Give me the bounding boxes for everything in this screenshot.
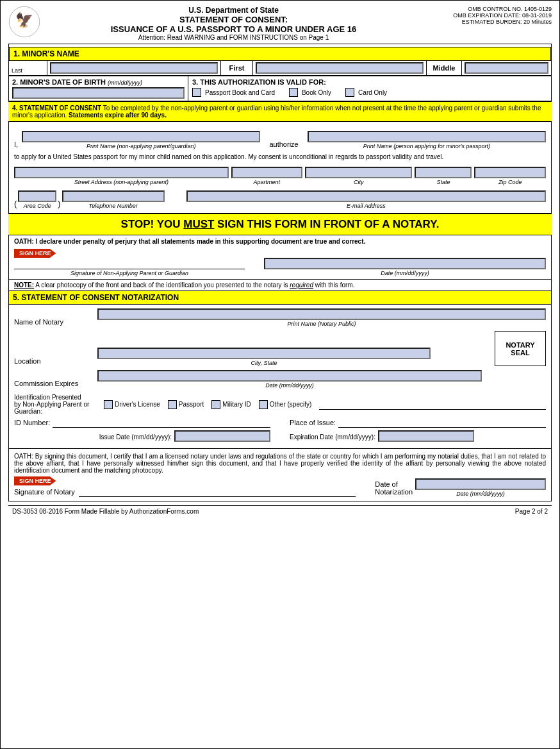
notary-name-input[interactable] bbox=[97, 308, 546, 320]
expiry-date-label: Expiration Date (mm/dd/yyyy): bbox=[290, 433, 375, 442]
auth-options: Passport Book and Card Book Only Card On… bbox=[192, 88, 547, 97]
dob-format: (mm/dd/yyyy) bbox=[108, 80, 142, 86]
area-code-label: Area Code bbox=[18, 203, 56, 209]
issue-date-label: Issue Date (mm/dd/yyyy): bbox=[99, 433, 172, 442]
stop-must: MUST bbox=[183, 218, 214, 230]
middle-name-input[interactable] bbox=[465, 62, 548, 74]
telephone-input[interactable] bbox=[62, 190, 165, 202]
notary-name-label: Name of Notary bbox=[14, 318, 97, 327]
other-label: Other (specify) bbox=[270, 401, 312, 408]
eagle-icon: 🦅 bbox=[8, 6, 40, 38]
header: 🦅 U.S. Department of State STATEMENT OF … bbox=[8, 6, 552, 41]
commission-date-input[interactable] bbox=[97, 370, 482, 382]
section1-header: 1. MINOR'S NAME bbox=[9, 47, 551, 61]
notarization-date-row: Date of Notarization Date (mm/dd/yyyy) bbox=[375, 478, 546, 497]
i-label: I, bbox=[14, 140, 18, 149]
sig-label: Signature of Non-Applying Parent or Guar… bbox=[14, 270, 245, 276]
military-id-label: Military ID bbox=[222, 401, 251, 408]
checkbox-book-only[interactable] bbox=[289, 88, 298, 97]
note-section: NOTE: A clear photocopy of the front and… bbox=[8, 280, 552, 291]
id-options: Driver's License Passport Military ID Ot… bbox=[104, 400, 546, 410]
street-field: Street Address (non-applying parent) bbox=[14, 167, 229, 185]
first-name-input[interactable] bbox=[256, 62, 424, 74]
close-paren: ) bbox=[58, 199, 60, 209]
authorize-word: authorize bbox=[264, 140, 303, 149]
checkbox-book-card[interactable] bbox=[192, 88, 201, 97]
section4-body: I, Print Name (non-applying parent/guard… bbox=[8, 122, 552, 214]
email-label: E-mail Address bbox=[186, 203, 546, 209]
sig-notary-row: SIGN HERE Signature of Notary Date of No… bbox=[14, 476, 546, 497]
section4-header: 4. STATEMENT OF CONSENT To be completed … bbox=[8, 101, 552, 122]
issue-date-input[interactable] bbox=[174, 430, 270, 442]
notary-location-row: Location City, State NOTARY SEAL bbox=[14, 331, 546, 366]
form-title-line1: STATEMENT OF CONSENT: bbox=[44, 15, 424, 24]
note-required: required bbox=[290, 282, 313, 289]
stop-line1: STOP! YOU bbox=[121, 218, 184, 230]
passport-label: Passport bbox=[179, 401, 204, 408]
id-num-input-wrap bbox=[53, 417, 270, 428]
location-label: Location bbox=[14, 357, 97, 366]
city-field: City bbox=[305, 167, 412, 185]
oath-text-row: OATH: I declare under penalty of perjury… bbox=[14, 238, 546, 245]
checkbox-other[interactable] bbox=[259, 400, 268, 409]
place-of-issue-input[interactable] bbox=[338, 417, 546, 428]
notarization-date-field: Date (mm/dd/yyyy) bbox=[415, 478, 546, 497]
place-of-issue-label: Place of Issue: bbox=[290, 419, 336, 428]
omb-burden: ESTIMATED BURDEN: 20 Minutes bbox=[424, 19, 552, 25]
area-code-input[interactable] bbox=[18, 190, 56, 202]
last-name-input[interactable] bbox=[50, 62, 218, 74]
address-row: Street Address (non-applying parent) Apa… bbox=[14, 167, 546, 185]
authorize-row: I, Print Name (non-applying parent/guard… bbox=[14, 131, 546, 149]
notarization-date-input[interactable] bbox=[415, 478, 546, 490]
applying-sublabel: Print Name (person applying for minor's … bbox=[308, 143, 546, 149]
expiry-date-input[interactable] bbox=[378, 430, 474, 442]
issue-date-group: Issue Date (mm/dd/yyyy): bbox=[14, 430, 270, 442]
location-sublabel: City, State bbox=[97, 360, 431, 366]
section3-title: 3. THIS AUTHORIZATION IS VALID FOR: bbox=[192, 78, 547, 86]
other-specify-input[interactable] bbox=[319, 400, 546, 410]
apt-field: Apartment bbox=[231, 167, 303, 185]
location-field: City, State bbox=[97, 348, 431, 366]
option1-label: Passport Book and Card bbox=[205, 89, 275, 96]
street-input[interactable] bbox=[14, 167, 229, 178]
notary-sig-row-inner: Signature of Notary bbox=[14, 487, 356, 497]
header-right: OMB CONTROL NO. 1405-0129 OMB EXPIRATION… bbox=[424, 6, 552, 25]
id-option-drivers: Driver's License bbox=[104, 400, 160, 409]
id-number-input[interactable] bbox=[53, 417, 270, 428]
first-label-cell: First bbox=[221, 61, 253, 75]
notary-seal: NOTARY SEAL bbox=[495, 331, 546, 366]
page: 🦅 U.S. Department of State STATEMENT OF … bbox=[0, 0, 560, 749]
checkbox-passport[interactable] bbox=[168, 400, 177, 409]
last-label: Last bbox=[12, 67, 44, 74]
sig-with-arrow: SIGN HERE Signature of Non-Applying Pare… bbox=[14, 249, 245, 276]
apt-input[interactable] bbox=[231, 167, 303, 178]
notary-sig-label: Signature of Notary bbox=[14, 488, 75, 497]
stop-line2: SIGN THIS FORM IN FRONT OF A NOTARY. bbox=[214, 218, 439, 230]
dob-input[interactable] bbox=[12, 87, 185, 99]
non-applying-name-input[interactable] bbox=[22, 131, 260, 142]
note-suffix: with this form. bbox=[315, 282, 355, 289]
non-applying-sublabel: Print Name (non-applying parent/guardian… bbox=[22, 143, 260, 149]
checkbox-drivers-license[interactable] bbox=[104, 400, 113, 409]
section4-title: 4. STATEMENT OF CONSENT bbox=[12, 105, 101, 112]
zip-input[interactable] bbox=[474, 167, 546, 178]
state-input[interactable] bbox=[415, 167, 472, 178]
footer-form-number: DS-3053 08-2016 Form Made Fillable by Au… bbox=[12, 508, 199, 515]
oath-date-input[interactable] bbox=[264, 258, 546, 269]
phone-row: ( Area Code ) Telephone Number E-mail Ad… bbox=[14, 190, 546, 209]
notarization-date-group: Date of Notarization Date (mm/dd/yyyy) bbox=[375, 478, 546, 497]
notary-name-row: Name of Notary Print Name (Notary Public… bbox=[14, 308, 546, 327]
location-input[interactable] bbox=[97, 348, 431, 359]
signature-input[interactable] bbox=[14, 259, 245, 269]
checkbox-card-only[interactable] bbox=[345, 88, 354, 97]
checkbox-military-id[interactable] bbox=[211, 400, 220, 409]
id-number-row: ID Number: Place of Issue: bbox=[14, 417, 546, 428]
state-field: State bbox=[415, 167, 472, 185]
telephone-field: Telephone Number bbox=[62, 190, 165, 209]
applying-name-input[interactable] bbox=[308, 131, 546, 142]
notary-sig-input[interactable] bbox=[79, 487, 356, 497]
id-check-row: Identification Presented by Non-Applying… bbox=[14, 394, 546, 415]
email-input[interactable] bbox=[186, 190, 546, 202]
zip-label: Zip Code bbox=[474, 179, 546, 185]
city-input[interactable] bbox=[305, 167, 412, 178]
